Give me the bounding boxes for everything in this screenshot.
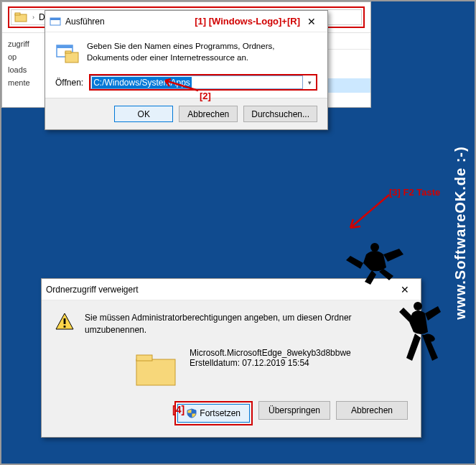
browse-button[interactable]: Durchsuchen... [243,106,317,122]
run-titlebar: Ausführen [1] [Windows-Logo]+[R] ✕ [45,11,327,32]
open-path-text: C:/Windows/SystemApps [92,77,192,88]
svg-rect-5 [65,51,71,53]
run-icon [50,16,61,27]
uac-created-date: Erstelldatum: 07.12.2019 15:54 [190,358,351,368]
warning-icon [55,312,75,332]
cancel-button[interactable]: Abbrechen [336,401,408,420]
svg-rect-3 [57,45,73,48]
annotation-4: [4] [172,404,185,415]
watermark-text: www.SoftwareOK.de :-) [452,146,469,319]
svg-rect-16 [64,318,66,324]
uac-dialog: Ordnerzugriff verweigert ✕ Sie müssen Ad… [41,278,421,438]
run-description: Geben Sie den Namen eines Programms, Ord… [87,41,317,65]
svg-rect-17 [64,326,66,328]
uac-message: Sie müssen Administratorberechtigungen a… [85,312,408,336]
uac-title: Ordnerzugriff verweigert [46,285,393,295]
svg-rect-7 [15,13,20,15]
ok-button[interactable]: OK [114,106,173,122]
skip-button[interactable]: Überspringen [258,401,330,420]
folder-icon [14,11,27,24]
shield-icon [187,408,197,418]
annotation-1: [1] [Windows-Logo]+[R] [195,16,300,27]
uac-titlebar: Ordnerzugriff verweigert ✕ [42,279,421,300]
svg-point-20 [370,243,379,252]
open-combobox[interactable]: C:/Windows/SystemApps ▾ [89,74,317,91]
run-dialog: Ausführen [1] [Windows-Logo]+[R] ✕ Geben… [45,10,328,130]
chevron-right-icon: › [30,14,37,21]
open-label: Öffnen: [55,78,83,88]
continue-label: Fortsetzen [200,408,241,418]
continue-button[interactable]: Fortsetzen [177,404,250,423]
svg-point-22 [423,333,436,344]
svg-rect-18 [136,359,175,385]
close-icon[interactable]: ✕ [300,14,323,29]
svg-rect-19 [136,355,152,361]
annotation-4-highlight: Fortsetzen [174,401,253,425]
close-icon[interactable]: ✕ [393,282,416,297]
svg-rect-4 [65,52,78,63]
run-app-icon [55,41,80,65]
cancel-button[interactable]: Abbrechen [179,106,238,122]
chevron-down-icon[interactable]: ▾ [303,79,316,86]
folder-large-icon [135,351,177,387]
uac-folder-name: Microsoft.MicrosoftEdge_8wekyb3d8bbwe [190,348,351,358]
run-title: Ausführen [65,17,195,27]
svg-rect-1 [50,18,60,20]
annotation-arrow-icon [346,192,396,235]
annotation-3: [3] F2 Taste [389,187,440,198]
